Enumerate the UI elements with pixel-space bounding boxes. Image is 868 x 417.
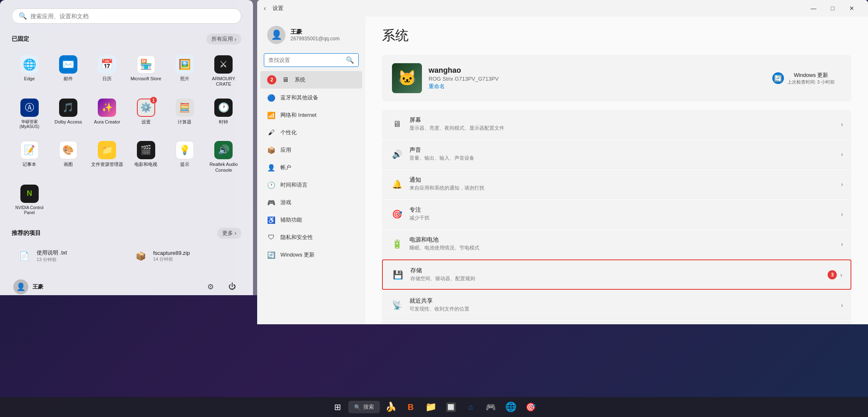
devhome-icon: ⌂: [469, 403, 473, 412]
search-bar[interactable]: 🔍: [12, 8, 241, 24]
sidebar-item-accessibility[interactable]: ♿ 辅助功能: [260, 212, 362, 228]
app-item-aura[interactable]: ✨ Aura Creator: [89, 94, 125, 133]
app-item-calendar[interactable]: 📅 日历: [89, 51, 125, 91]
settings-search-bar[interactable]: 🔍: [264, 53, 359, 67]
clock-icon: 🕐: [214, 99, 233, 117]
sidebar-item-apps[interactable]: 📦 应用: [260, 142, 362, 158]
settings-user-avatar: 👤: [267, 26, 285, 44]
settings-sidebar: 👤 王豪 2679935001@qq.com 🔍 2 🖥 系统: [257, 17, 365, 324]
taskbar-item-xbox[interactable]: 🎮: [481, 398, 500, 416]
app-item-tips[interactable]: 💡 提示: [167, 137, 202, 177]
accessibility-nav-label: 辅助功能: [280, 216, 302, 224]
windows-update-nav-icon: 🔄: [267, 251, 275, 259]
taskbar-search-label: 搜索: [363, 403, 374, 411]
power-chevron: ›: [841, 241, 843, 247]
settings-item-display[interactable]: 🖥 屏幕 显示器、亮度、夜间模式、显示器配置文件 ›: [382, 110, 851, 139]
app-item-asus[interactable]: Ⓐ 华硕管家 (MyASUS): [12, 94, 47, 133]
app-item-dolby[interactable]: 🎵 Dolby Access: [50, 94, 86, 133]
sidebar-item-privacy[interactable]: 🛡 隐私和安全性: [260, 229, 362, 246]
app-item-paint[interactable]: 🎨 画图: [50, 137, 86, 177]
rec-item-fscapture[interactable]: 📦 fscapture89.zip 14 分钟前: [128, 244, 241, 268]
user-info[interactable]: 👤 王豪: [13, 279, 43, 294]
settings-search-input[interactable]: [268, 57, 342, 63]
app-item-armourycrate[interactable]: ⚔ ARMOURY CRATE: [206, 51, 241, 91]
notifications-chevron: ›: [841, 181, 843, 188]
taskbar-item-devhome[interactable]: ⌂: [461, 398, 480, 416]
settings-item-sound[interactable]: 🔊 声音 音量、输出、输入、声音设备 ›: [382, 140, 851, 169]
app-item-mail[interactable]: ✉️ 邮件: [50, 51, 86, 91]
minimize-button[interactable]: —: [804, 2, 823, 15]
app-item-photos[interactable]: 🖼️ 照片: [167, 51, 202, 91]
files-icon: 📁: [425, 402, 436, 412]
apps-nav-icon: 📦: [267, 146, 275, 154]
settings-user-section[interactable]: 👤 王豪 2679935001@qq.com: [260, 21, 362, 49]
readme-name: 使用说明 .txt: [37, 249, 67, 257]
settings-item-focus[interactable]: 🎯 专注 减少干扰 ›: [382, 200, 851, 229]
app-label-fileexplorer: 文件资源管理器: [91, 162, 123, 167]
sidebar-item-bluetooth[interactable]: 🔵 蓝牙和其他设备: [260, 89, 362, 106]
app-item-notepad[interactable]: 📝 记事本: [12, 137, 47, 177]
app-item-calculator[interactable]: 🧮 计算器: [167, 94, 202, 133]
taskbar-item-app1[interactable]: 🔲: [441, 398, 460, 416]
more-button[interactable]: 更多 ›: [217, 228, 241, 239]
network-nav-icon: 📶: [267, 111, 275, 119]
taskbar-item-app3[interactable]: 🎯: [521, 398, 540, 416]
sidebar-item-time[interactable]: 🕐 时间和语言: [260, 177, 362, 193]
taskbar-item-edge[interactable]: 🌐: [501, 398, 520, 416]
fscapture-icon: 📦: [133, 249, 148, 264]
focus-subtitle: 减少干扰: [409, 215, 429, 222]
apps-nav-label: 应用: [280, 146, 291, 154]
sidebar-item-system[interactable]: 2 🖥 系统: [260, 71, 362, 89]
taskbar-search[interactable]: 🔍 搜索: [348, 401, 380, 413]
taskbar-item-banana[interactable]: 🍌: [382, 398, 400, 416]
calculator-icon: 🧮: [176, 99, 194, 117]
settings-item-power[interactable]: 🔋 电源和电池 睡眠、电池使用情况、节电模式 ›: [382, 229, 851, 259]
taskbar-item-files[interactable]: 📁: [422, 398, 440, 416]
sidebar-item-windows-update[interactable]: 🔄 Windows 更新: [260, 247, 362, 263]
sidebar-item-accounts[interactable]: 👤 帐户: [260, 159, 362, 176]
all-apps-label: 所有应用: [211, 35, 233, 43]
settings-item-nearby[interactable]: 📡 就近共享 可发现性、收到文件的位置 ›: [382, 291, 851, 320]
search-input[interactable]: [30, 13, 234, 20]
all-apps-button[interactable]: 所有应用 ›: [206, 34, 241, 44]
taskbar-item-brave[interactable]: B: [402, 398, 420, 416]
sidebar-item-gaming[interactable]: 🎮 游戏: [260, 194, 362, 211]
fileexplorer-icon: 📁: [98, 141, 116, 159]
bluetooth-nav-label: 蓝牙和其他设备: [280, 94, 318, 101]
sidebar-item-personalization[interactable]: 🖌 个性化: [260, 124, 362, 141]
start-button[interactable]: ⊞: [328, 398, 347, 416]
windows-update-button[interactable]: 🔄 Windows 更新 上次检查时间: 3 小时前: [766, 67, 841, 89]
sidebar-item-network[interactable]: 📶 网络和 Internet: [260, 107, 362, 123]
settings-user-button[interactable]: ⚙: [203, 279, 218, 294]
app-item-clock[interactable]: 🕐 时钟: [206, 94, 241, 133]
app-item-movies[interactable]: 🎬 电影和电视: [128, 137, 164, 177]
taskbar-items: ⊞ 🔍 搜索 🍌 B 📁 🔲 ⌂ 🎮: [328, 398, 540, 416]
more-arrow: ›: [235, 230, 236, 236]
maximize-button[interactable]: □: [823, 2, 842, 15]
power-button[interactable]: ⏻: [225, 279, 240, 294]
app-label-edge: Edge: [24, 76, 35, 81]
app-item-fileexplorer[interactable]: 📁 文件资源管理器: [89, 137, 125, 177]
settings-item-multitasking[interactable]: ⊞ 多任务处理 贴靠窗口、桌面、任务切换 ›: [382, 321, 851, 324]
settings-item-notifications[interactable]: 🔔 通知 来自应用和系统的通知，请勿打扰 ›: [382, 170, 851, 199]
sound-chevron: ›: [841, 151, 843, 158]
settings-item-storage[interactable]: 💾 存储 存储空间、驱动器、配置规则 3 ›: [382, 259, 851, 290]
app-label-aura: Aura Creator: [94, 119, 120, 125]
sound-icon: 🔊: [390, 148, 404, 161]
recommended-header: 推荐的项目 更多 ›: [12, 228, 241, 239]
windows-update-nav-label: Windows 更新: [280, 251, 315, 259]
item-info-storage: 存储 存储空间、驱动器、配置规则: [410, 267, 475, 282]
app-item-msstore[interactable]: 🏪 Microsoft Store: [128, 51, 164, 91]
rec-item-readme[interactable]: 📄 使用说明 .txt 13 分钟前: [12, 244, 125, 268]
app-item-realtek[interactable]: 🔊 Realtek Audio Console: [206, 137, 241, 177]
rename-link[interactable]: 重命名: [429, 83, 498, 90]
app-item-settings[interactable]: ⚙️ 1 设置: [128, 94, 164, 133]
close-button[interactable]: ✕: [842, 2, 861, 15]
page-title: 系统: [382, 27, 851, 45]
back-button[interactable]: ‹: [264, 5, 266, 12]
settings-main: 系统 🐱 wanghao ROG Strix G713PV_G713PV: [365, 17, 868, 324]
app-item-nvidia[interactable]: N NVIDIA Control Panel: [12, 180, 47, 220]
power-settings-icon: 🔋: [390, 237, 404, 251]
system-nav-icon: 🖥: [281, 76, 290, 84]
app-item-edge[interactable]: 🌐 Edge: [12, 51, 47, 91]
